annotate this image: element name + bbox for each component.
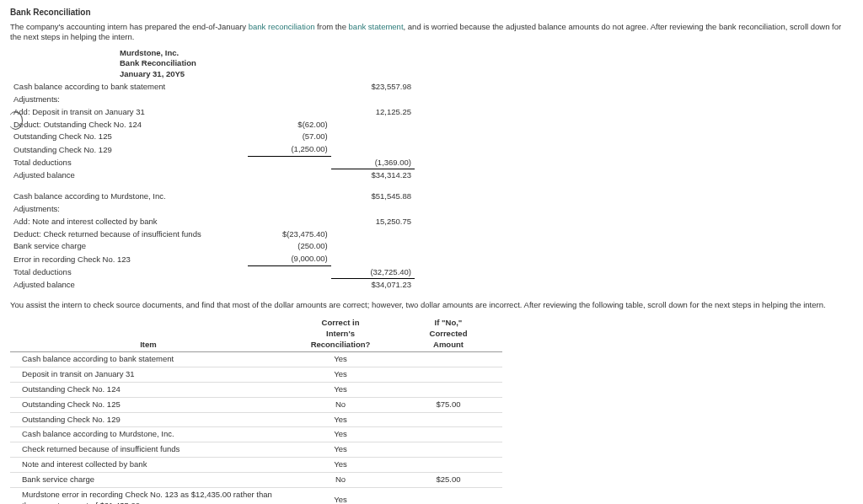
- cell-amount: [394, 487, 502, 504]
- table-row: Bank service chargeNo$25.00: [10, 472, 502, 487]
- row-value: (32,725.40): [331, 266, 415, 279]
- cell-correct: No: [287, 397, 394, 412]
- cell-item: Bank service charge: [10, 472, 287, 487]
- th-correct: Correct inIntern'sReconciliation?: [287, 316, 394, 352]
- row-label: Adjustments:: [10, 94, 248, 106]
- cell-amount: [394, 442, 502, 458]
- cell-correct: Yes: [287, 458, 394, 473]
- cell-amount: [394, 427, 502, 442]
- row-label: Total deductions: [10, 157, 248, 169]
- cell-amount: $25.00: [394, 472, 502, 487]
- table-row: Deposit in transit on January 31Yes: [10, 367, 502, 383]
- cell-correct: Yes: [287, 427, 394, 442]
- page-title: Bank Reconciliation: [10, 7, 853, 19]
- table-row: Cash balance according to Murdstone, Inc…: [10, 427, 502, 442]
- row-col1: $(23,475.40): [248, 228, 331, 241]
- row-label: Total deductions: [10, 266, 248, 279]
- cell-item: Note and interest collected by bank: [10, 458, 287, 473]
- cell-item: Outstanding Check No. 124: [10, 383, 287, 398]
- row-label: Deduct: Check returned because of insuff…: [10, 228, 248, 241]
- cell-item: Outstanding Check No. 129: [10, 412, 287, 427]
- cell-correct: Yes: [287, 383, 394, 398]
- cell-amount: [394, 458, 502, 473]
- row-value: $34,314.23: [331, 169, 415, 182]
- row-value: $34,071.23: [331, 279, 415, 292]
- row-value: $23,557.98: [331, 81, 415, 94]
- row-label: Outstanding Check No. 129: [10, 143, 248, 156]
- cell-item: Deposit in transit on January 31: [10, 367, 287, 383]
- cell-correct: Yes: [287, 487, 394, 504]
- cell-item: Outstanding Check No. 125: [10, 397, 287, 412]
- row-col1: (57.00): [248, 131, 331, 143]
- row-label: Deduct: Outstanding Check No. 124: [10, 119, 248, 131]
- row-label: Cash balance according to Murdstone, Inc…: [10, 190, 248, 203]
- cell-item: Cash balance according to Murdstone, Inc…: [10, 427, 287, 442]
- table-row: Outstanding Check No. 125No$75.00: [10, 397, 502, 412]
- table-row: Outstanding Check No. 129Yes: [10, 412, 502, 427]
- mid-note: You assist the intern to check source do…: [10, 300, 853, 311]
- cell-amount: [394, 367, 502, 383]
- row-value: $51,545.88: [331, 190, 415, 203]
- cell-amount: $75.00: [394, 397, 502, 412]
- table-row: Murdstone error in recording Check No. 1…: [10, 487, 502, 504]
- cell-correct: Yes: [287, 442, 394, 458]
- check-table: Item Correct inIntern'sReconciliation? I…: [10, 316, 502, 504]
- reconciliation-header: Murdstone, Inc. Bank Reconciliation Janu…: [120, 48, 853, 79]
- cell-item: Check returned because of insufficient f…: [10, 442, 287, 458]
- row-value: 15,250.75: [331, 216, 415, 228]
- doc-name: Bank Reconciliation: [120, 58, 853, 68]
- company-name: Murdstone, Inc.: [120, 48, 853, 58]
- table-row: Check returned because of insufficient f…: [10, 442, 502, 458]
- link-bank-statement[interactable]: bank statement: [349, 22, 404, 31]
- table-row: Note and interest collected by bankYes: [10, 458, 502, 473]
- row-value: (1,369.00): [331, 157, 415, 169]
- row-label: Add: Deposit in transit on January 31: [10, 106, 248, 119]
- intro-pre: The company's accounting intern has prep…: [10, 22, 249, 31]
- row-label: Error in recording Check No. 123: [10, 253, 248, 265]
- table-row: Cash balance according to bank statement…: [10, 352, 502, 367]
- row-label: Cash balance according to bank statement: [10, 81, 248, 94]
- intro-text: The company's accounting intern has prep…: [10, 22, 853, 44]
- table-row: Outstanding Check No. 124Yes: [10, 383, 502, 398]
- link-bank-reconciliation[interactable]: bank reconciliation: [249, 22, 315, 31]
- doc-date: January 31, 20Y5: [120, 69, 853, 79]
- row-col1: (1,250.00): [248, 143, 331, 156]
- row-label: Outstanding Check No. 125: [10, 131, 248, 143]
- row-label: Adjustments:: [10, 203, 248, 216]
- row-col1: (250.00): [248, 240, 331, 253]
- cell-amount: [394, 352, 502, 367]
- row-col1: (9,000.00): [248, 253, 331, 265]
- reconciliation-table-bank: Cash balance according to bank statement…: [10, 81, 415, 292]
- cell-correct: Yes: [287, 352, 394, 367]
- row-col1: $(62.00): [248, 119, 331, 131]
- cell-correct: Yes: [287, 412, 394, 427]
- row-label: Adjusted balance: [10, 169, 248, 182]
- row-label: Bank service charge: [10, 240, 248, 253]
- cell-item: Cash balance according to bank statement: [10, 352, 287, 367]
- cell-correct: No: [287, 472, 394, 487]
- cell-amount: [394, 383, 502, 398]
- cell-amount: [394, 412, 502, 427]
- th-item: Item: [10, 316, 287, 352]
- intro-mid: from the: [314, 22, 348, 31]
- cell-item: Murdstone error in recording Check No. 1…: [10, 487, 287, 504]
- cell-correct: Yes: [287, 367, 394, 383]
- row-value: 12,125.25: [331, 106, 415, 119]
- th-corrected: If "No,"CorrectedAmount: [394, 316, 502, 352]
- row-label: Adjusted balance: [10, 279, 248, 292]
- row-label: Add: Note and interest collected by bank: [10, 216, 248, 228]
